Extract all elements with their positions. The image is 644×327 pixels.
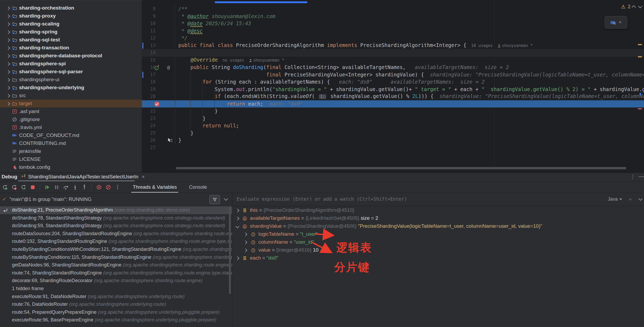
code-line[interactable]: 10 * @date 2025/6/24 15:43 bbox=[142, 20, 644, 27]
stack-frame[interactable]: decorate:69, ShardingRouteDecorator (org… bbox=[0, 277, 232, 285]
maven-reload-icon[interactable]: m⟲ bbox=[610, 19, 615, 25]
editor-gutter[interactable]: 12 bbox=[142, 35, 175, 42]
chevron-right-icon[interactable] bbox=[244, 248, 247, 252]
editor-gutter[interactable] bbox=[142, 100, 175, 108]
close-icon[interactable]: × bbox=[142, 174, 145, 180]
line-number[interactable]: 24 bbox=[142, 122, 156, 130]
tree-item-sharding-scaling[interactable]: sharding-scaling bbox=[0, 20, 142, 28]
code-line[interactable]: 13public final class PreciseOrderShardin… bbox=[142, 42, 644, 49]
breakpoint-icon[interactable] bbox=[154, 101, 160, 107]
more-options-icon[interactable]: ⋮ bbox=[630, 174, 635, 180]
frames-scrollbar[interactable] bbox=[229, 206, 231, 294]
code-line[interactable]: 18 for (String each : availableTargetNam… bbox=[142, 78, 644, 86]
code-line-text[interactable]: return null; bbox=[175, 122, 239, 130]
chevron-right-icon[interactable] bbox=[6, 78, 10, 82]
variable-row[interactable]: each = "ds0" bbox=[232, 254, 644, 262]
tree-item-shardingsphere-ui[interactable]: shardingsphere-ui bbox=[0, 76, 142, 84]
tree-item-license[interactable]: LICENSE bbox=[0, 155, 142, 163]
variable-row[interactable]: pavailableTargetNames = {LinkedHashSet@4… bbox=[232, 214, 644, 222]
line-number[interactable]: 10 bbox=[142, 20, 156, 27]
tree-item-sharding-sql-test[interactable]: sharding-sql-test bbox=[0, 36, 142, 44]
code-line[interactable]: 8/** bbox=[142, 5, 644, 13]
line-number[interactable]: 8 bbox=[142, 5, 156, 13]
stack-frame[interactable]: doSharding:59, StandardShardingStrategy … bbox=[0, 222, 232, 230]
editor-gutter[interactable]: 13 bbox=[142, 42, 175, 49]
line-number[interactable]: 26 bbox=[142, 137, 156, 144]
stack-frame[interactable]: route:74, ShardingStandardRoutingEngine … bbox=[0, 269, 232, 277]
code-line-text[interactable]: return each; each: "ds0" bbox=[175, 100, 303, 108]
code-line[interactable]: 20 if (each.endsWith(String.valueOf( l: … bbox=[142, 93, 644, 100]
chevron-right-icon[interactable] bbox=[6, 62, 10, 66]
line-number[interactable]: 16 bbox=[142, 64, 156, 71]
chevron-right-icon[interactable] bbox=[6, 54, 10, 58]
chevron-right-icon[interactable] bbox=[6, 6, 10, 10]
code-line[interactable]: 14 bbox=[142, 49, 644, 57]
editor-gutter[interactable]: 14 bbox=[142, 49, 175, 57]
tree-item-shardingsphere-spi[interactable]: shardingsphere-spi bbox=[0, 60, 142, 68]
stack-frame[interactable]: route0:192, ShardingStandardRoutingEngin… bbox=[0, 238, 232, 246]
editor-gutter[interactable]: 27 bbox=[142, 144, 175, 152]
chevron-right-icon[interactable] bbox=[6, 38, 10, 42]
stack-frame[interactable]: executeRoute:91, DataNodeRouter (org.apa… bbox=[0, 293, 232, 301]
tree-item-sharding-orchestration[interactable]: sharding-orchestration bbox=[0, 4, 142, 12]
evaluate-expression-bar[interactable]: Evaluate expression (Enter) or add a wat… bbox=[232, 193, 644, 206]
code-line[interactable]: 17 final PreciseShardingValue<Integer> s… bbox=[142, 71, 644, 79]
chevron-right-icon[interactable] bbox=[244, 240, 247, 244]
code-line[interactable]: 22 } bbox=[142, 107, 644, 115]
stack-frame[interactable]: doSharding:21, PreciseOrderShardingAlgor… bbox=[0, 206, 232, 214]
editor-gutter[interactable]: 18 bbox=[142, 78, 175, 86]
chevron-down-icon[interactable] bbox=[236, 225, 239, 228]
chevron-right-icon[interactable] bbox=[6, 30, 10, 34]
editor-gutter[interactable]: 25 bbox=[142, 130, 175, 137]
variable-row[interactable]: f'value = {Integer@4516} 10 bbox=[232, 246, 644, 254]
editor-gutter[interactable]: 23 bbox=[142, 115, 175, 122]
code-line-text[interactable]: @Override no usages shouyuanman * bbox=[175, 56, 284, 64]
code-line-text[interactable]: public final class PreciseOrderShardingA… bbox=[175, 42, 533, 50]
variable-row[interactable]: f'columnName = "user_id" bbox=[232, 238, 644, 246]
code-line[interactable]: 24 return null; bbox=[142, 122, 644, 130]
editor-gutter[interactable]: 9 bbox=[142, 13, 175, 20]
chevron-down-icon[interactable] bbox=[638, 197, 643, 201]
line-number[interactable]: 22 bbox=[142, 107, 156, 115]
variable-row[interactable]: this = {PreciseOrderShardingAlgorithm@45… bbox=[232, 206, 644, 214]
line-number[interactable]: 11 bbox=[142, 27, 156, 35]
editor-gutter[interactable]: 15 bbox=[142, 57, 175, 64]
tab-console[interactable]: Console bbox=[189, 182, 207, 193]
inspection-widget[interactable]: ⚠ 2 bbox=[621, 4, 641, 10]
code-line[interactable]: 16I@ public String doSharding(final Coll… bbox=[142, 64, 644, 71]
code-editor[interactable]: 8/**9 * @author shouyuanman@lexin.com10 … bbox=[142, 0, 644, 173]
line-number[interactable]: 12 bbox=[142, 35, 156, 42]
editor-gutter[interactable]: 11 bbox=[142, 27, 175, 35]
chevron-right-icon[interactable] bbox=[6, 102, 10, 106]
line-number[interactable]: 18 bbox=[142, 78, 156, 86]
close-icon[interactable]: × bbox=[619, 20, 621, 25]
editor-gutter[interactable]: 26 bbox=[142, 137, 175, 144]
tree-item-target[interactable]: target bbox=[0, 100, 142, 107]
view-breakpoints-icon[interactable] bbox=[96, 184, 102, 190]
code-line[interactable]: 15 @Override no usages shouyuanman * bbox=[142, 57, 644, 64]
code-line[interactable]: return each; each: "ds0" bbox=[142, 100, 644, 108]
prev-problem-icon[interactable] bbox=[632, 5, 636, 10]
chevron-right-icon[interactable] bbox=[6, 22, 10, 26]
editor-gutter[interactable]: 10 bbox=[142, 20, 175, 27]
chevron-right-icon[interactable] bbox=[6, 94, 10, 98]
filter-frames-button[interactable] bbox=[209, 195, 220, 204]
stack-frame[interactable]: executeRoute:96, BasePrepareEngine (org.… bbox=[0, 316, 232, 324]
line-number[interactable]: 14 bbox=[142, 49, 156, 57]
stack-frame[interactable]: route:76, DataNodeRouter (org.apache.sha… bbox=[0, 300, 232, 308]
stack-frame[interactable]: doSharding:78, StandardShardingStrategy … bbox=[0, 214, 232, 222]
stack-frame[interactable]: routeByShardingConditionsWithCondition:1… bbox=[0, 246, 232, 253]
chevron-down-icon[interactable] bbox=[224, 197, 228, 201]
tree-item-src[interactable]: src bbox=[0, 92, 142, 100]
step-out-icon[interactable] bbox=[81, 184, 87, 190]
editor-gutter[interactable]: 20 bbox=[142, 93, 175, 100]
error-stripe-mark[interactable] bbox=[638, 56, 642, 57]
stack-frame[interactable]: 1 hidden frame bbox=[0, 285, 232, 293]
add-watch-icon[interactable]: + bbox=[628, 197, 632, 202]
step-over-icon[interactable] bbox=[63, 184, 69, 190]
code-line-text[interactable]: for (String each : availableTargetNames)… bbox=[175, 78, 484, 86]
code-line[interactable]: 19 System.out.println("shardingValue = "… bbox=[142, 86, 644, 93]
language-selector[interactable]: Java bbox=[608, 196, 622, 202]
restart-debug-icon[interactable] bbox=[20, 184, 27, 190]
code-line[interactable]: 25 } bbox=[142, 130, 644, 137]
